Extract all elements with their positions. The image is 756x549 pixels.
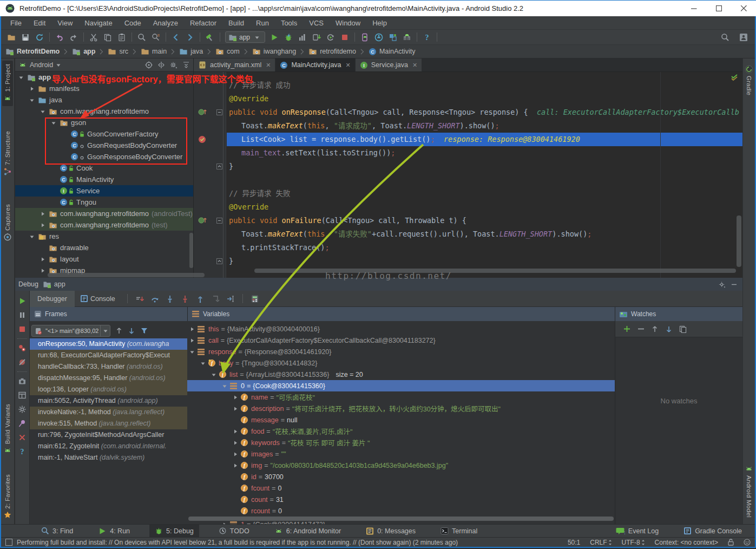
frame-row[interactable]: run:68, ExecutorCallAdapterFactory$Execu…: [30, 350, 187, 361]
thread-dropdown-arrow[interactable]: [100, 325, 110, 336]
debug-tab-debugger[interactable]: Debugger: [30, 291, 75, 307]
frame-row[interactable]: handleCallback:733, Handler (android.os): [30, 361, 187, 372]
toolbar-back-button[interactable]: [169, 31, 183, 44]
lock-icon[interactable]: [728, 539, 734, 546]
toolwindow-button-0-messages[interactable]: 0: Messages: [360, 525, 421, 538]
tree-collapsed-icon[interactable]: [233, 463, 238, 468]
stripe-button-2-favorites[interactable]: 2: Favorites: [2, 471, 13, 522]
toolbar-sync-button[interactable]: [32, 31, 47, 44]
toolbar-search-button[interactable]: [718, 31, 732, 44]
context-indicator[interactable]: Context: <no context>: [655, 539, 718, 546]
toolwindow-button-5-debug[interactable]: 5: Debug: [149, 525, 199, 538]
variable-row-0[interactable]: 0={Cook@830041415360}: [187, 380, 615, 391]
menu-view[interactable]: View: [51, 16, 78, 30]
toolbar-avd-button[interactable]: [358, 31, 372, 44]
project-view-header[interactable]: Android: [15, 58, 193, 71]
close-button[interactable]: [731, 1, 756, 17]
variable-row-name[interactable]: fname="可乐卤花枝": [187, 391, 615, 403]
debug-dump-button[interactable]: [16, 375, 28, 387]
variable-row-this[interactable]: this={MainActivity@830040400016}: [187, 323, 615, 335]
watches-remove-button[interactable]: [634, 323, 648, 335]
line-ending-selector[interactable]: CRLF: [590, 539, 612, 546]
tree-expanded-icon[interactable]: [40, 109, 45, 114]
breadcrumb-item-app[interactable]: app: [71, 47, 96, 56]
toolwindow-button-3-find[interactable]: 3: Find: [36, 525, 78, 538]
panel-hide-icon[interactable]: [731, 282, 737, 287]
breadcrumb-item-iwanghang[interactable]: iwanghang: [251, 47, 297, 56]
debug-help2-button[interactable]: ?: [16, 446, 28, 458]
editor-area[interactable]: activity_main.xml✕CMainActivity.java✕ISe…: [194, 58, 742, 278]
encoding-selector[interactable]: UTF-8: [622, 539, 645, 546]
tree-expanded-icon[interactable]: [189, 349, 195, 355]
debug-settings-button[interactable]: [16, 403, 28, 415]
tree-expanded-icon[interactable]: [29, 97, 35, 103]
stripe-button-gradle[interactable]: Gradle: [744, 62, 754, 99]
stripe-button-7-structure[interactable]: 7: Structure: [2, 128, 13, 179]
toolbar-debug-button[interactable]: [281, 31, 295, 44]
toolbar-copy-button[interactable]: [101, 31, 115, 44]
tree-collapsed-icon[interactable]: [40, 268, 45, 273]
project-tree-row[interactable]: IService: [15, 185, 193, 197]
editor-tab-service-java[interactable]: IService.java✕: [356, 58, 422, 71]
toolbar-user-button[interactable]: [737, 31, 751, 44]
tree-collapsed-icon[interactable]: [233, 429, 238, 434]
frame-row[interactable]: main:-1, NativeStart (dalvik.system): [30, 452, 187, 463]
project-tree-row[interactable]: com.iwanghang.retrofitdemo(test): [15, 219, 193, 231]
tree-expanded-icon[interactable]: [200, 361, 206, 366]
toolwindow-button-event-log[interactable]: 7Event Log: [610, 525, 664, 538]
toolbar-gradle-sync-button[interactable]: [400, 31, 414, 44]
frames-filter-button[interactable]: [141, 328, 148, 334]
toolwindow-button-todo[interactable]: TODO: [213, 525, 255, 538]
debug-stop-sq-button[interactable]: [16, 323, 28, 335]
breadcrumb-item-main[interactable]: main: [140, 47, 168, 56]
editor-vscrollbar[interactable]: [737, 215, 741, 267]
frame-row[interactable]: loop:136, Looper (android.os): [30, 384, 187, 395]
stripe-button-1-project[interactable]: 1: Project: [2, 61, 13, 106]
toolwindow-button-6-android-monitor[interactable]: 6: Android Monitor: [269, 525, 346, 538]
toolbar-run-button[interactable]: [267, 31, 281, 44]
debug-step-into-button[interactable]: [162, 292, 178, 306]
variable-row-fcount[interactable]: ffcount=0: [187, 482, 615, 494]
toolbar-open-button[interactable]: [4, 31, 18, 44]
toolbar-rerun-button[interactable]: [324, 31, 338, 44]
watches-add-button[interactable]: [620, 323, 634, 335]
variable-row-message[interactable]: fmessage=null: [187, 414, 615, 426]
variable-row-img[interactable]: fimg="/cook/080301/b848520c1403b1ca9d453…: [187, 460, 615, 471]
close-tab-icon[interactable]: ✕: [412, 62, 417, 69]
project-tree-vscrollbar[interactable]: [189, 233, 193, 268]
menu-navigate[interactable]: Navigate: [78, 16, 118, 30]
variable-row-body[interactable]: fbody={Tngou@830041414832}: [187, 357, 615, 369]
debug-run-to-cursor-button[interactable]: [223, 292, 238, 306]
toolbar-find-button[interactable]: [135, 31, 149, 44]
editor-tab-activity-main-xml[interactable]: activity_main.xml✕: [194, 58, 275, 71]
menu-tools[interactable]: Tools: [275, 16, 303, 30]
frame-row[interactable]: main:612, ZygoteInit (com.android.intern…: [30, 441, 187, 452]
caret-position[interactable]: 50:1: [568, 539, 580, 546]
toolbar-profile-button[interactable]: [295, 31, 310, 44]
tree-collapsed-icon[interactable]: [40, 257, 45, 262]
debug-force-step-into-button[interactable]: [178, 292, 193, 306]
breadcrumb-item-retrofitdemo[interactable]: RetrofitDemo: [4, 47, 61, 56]
menu-refactor[interactable]: Refactor: [184, 16, 222, 30]
project-tree-row[interactable]: com.iwanghang.retrofitdemo(androidTest): [15, 208, 193, 219]
frame-row[interactable]: onResponse:50, MainActivity (com.iwangha: [30, 338, 187, 350]
toolbar-redo-button[interactable]: [67, 31, 81, 44]
debug-close-button[interactable]: [16, 432, 28, 443]
menu-build[interactable]: Build: [222, 16, 250, 30]
watches-down-button[interactable]: [662, 323, 676, 335]
toolbar-sdk-button[interactable]: [372, 31, 386, 44]
debug-pause-button[interactable]: [16, 309, 28, 321]
stripe-button-build-variants[interactable]: Build Variants: [2, 401, 13, 458]
tree-collapsed-icon[interactable]: [233, 452, 238, 457]
toolbar-paste-button[interactable]: [115, 31, 129, 44]
toolbar-attach-button[interactable]: [310, 31, 324, 44]
variable-row-response[interactable]: response={Response@830041461920}: [187, 346, 615, 357]
toolbar-replace-button[interactable]: [149, 31, 163, 44]
debug-evaluate-button[interactable]: [247, 292, 262, 306]
project-tree-row[interactable]: java: [15, 94, 193, 106]
variables-hscrollbar[interactable]: [188, 517, 614, 521]
variable-row-description[interactable]: fdescription="将可乐卤汁烧开，把花枝放入，转小火卤约30分钟，熄火…: [187, 403, 615, 414]
frame-row[interactable]: invoke:515, Method (java.lang.reflect): [30, 418, 187, 429]
close-tab-icon[interactable]: ✕: [346, 62, 351, 69]
variable-row-count[interactable]: fcount=31: [187, 494, 615, 505]
